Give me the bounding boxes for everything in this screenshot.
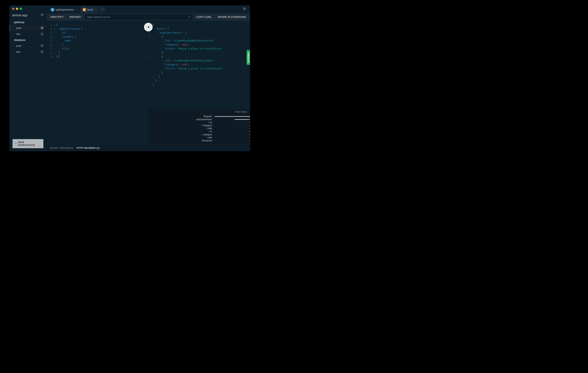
result-pane: ▼{▼ "data": {▼ "topExperiences": [▼ { "i… [148, 21, 250, 145]
sidebar-item-label: prod [16, 44, 21, 47]
share-playground-button[interactable]: SHARE PLAYGROUND [216, 14, 248, 20]
result-viewer[interactable]: ▼{▼ "data": {▼ "topExperiences": [▼ { "i… [148, 21, 250, 109]
history-button[interactable]: HISTORY [67, 14, 83, 20]
main: QtopExperiences×Mbook× + PRETTIFY HISTOR… [47, 5, 250, 151]
tab-label: book [87, 8, 93, 11]
toolbar: PRETTIFY HISTORY ↺ COPY CURL SHARE PLAYG… [47, 13, 250, 21]
new-workspace-button[interactable]: NEW WORKSPACE [12, 139, 43, 148]
schema-tab[interactable]: SCHEMA [247, 50, 250, 65]
copy-curl-button[interactable]: COPY CURL [194, 14, 214, 20]
execute-button[interactable] [144, 23, 153, 32]
http-headers-tab[interactable]: HTTP HEADERS (1) [77, 147, 100, 149]
tracing-row: 0.title6 µs [151, 127, 247, 130]
endpoint-url-bar[interactable]: ↺ [85, 14, 192, 20]
sidebar-item-label: prod [16, 27, 21, 29]
prettify-button[interactable]: PRETTIFY [49, 14, 66, 20]
new-tab-button[interactable]: + [100, 7, 105, 12]
tracing-row: 0.id21 µs [151, 121, 247, 124]
zoom-dot-icon[interactable] [20, 8, 22, 10]
content: 1▼{2▼ topExperiences {3 id4 category {5 … [47, 21, 250, 145]
sidebar-item-badge: 4 [40, 50, 44, 53]
query-variables-tab[interactable]: QUERY VARIABLES [50, 147, 73, 149]
sidebar-category: gateway [10, 19, 46, 25]
tracing-row: 1.category2 µs [151, 133, 247, 136]
sidebar-item-badge: 2 [40, 26, 44, 29]
tab[interactable]: Mbook× [80, 6, 98, 13]
sidebar-category: database [10, 37, 46, 43]
tabbar: QtopExperiences×Mbook× + [47, 5, 250, 13]
query-editor[interactable]: 1▼{2▼ topExperiences {3 id4 category {5 … [47, 21, 148, 145]
sidebar-item[interactable]: prod2 [10, 25, 46, 31]
tracing-row: 1.title3 µs [151, 136, 247, 139]
reload-icon[interactable]: ↺ [188, 15, 191, 19]
close-icon[interactable]: × [76, 8, 77, 11]
workspace-name: airbnb-app [12, 13, 27, 17]
bottom-bar: QUERY VARIABLES HTTP HEADERS (1) [47, 145, 250, 151]
sidebar: airbnb-app gatewayprod2dev1databaseprod2… [10, 5, 47, 151]
sidebar-item-badge: 2 [40, 44, 44, 47]
tab-kind-icon: M [83, 8, 86, 11]
window-controls [10, 5, 46, 11]
tracing-row: Response12 ms [151, 139, 247, 142]
endpoint-input[interactable] [87, 15, 190, 19]
query-pane: 1▼{2▼ topExperiences {3 id4 category {5 … [47, 21, 148, 145]
tracing-row: topExperiences90 ms [151, 118, 247, 121]
tracing-panel: TRACING Request210 mstopExperiences90 ms… [148, 109, 250, 145]
tab-kind-icon: Q [51, 8, 54, 11]
tab-label: topExperiences [55, 8, 74, 11]
close-icon[interactable]: × [95, 8, 96, 11]
sidebar-item-label: dev [16, 32, 20, 35]
settings-gear-icon[interactable] [241, 7, 248, 11]
sidebar-item-badge: 1 [40, 32, 44, 35]
tracing-title: TRACING [151, 111, 247, 113]
workspace-header: airbnb-app [10, 11, 46, 19]
tab[interactable]: QtopExperiences× [49, 6, 79, 13]
sidebar-item[interactable]: dev4 [10, 49, 46, 55]
tracing-row: Request210 ms [151, 115, 247, 118]
new-workspace-label: NEW WORKSPACE [18, 141, 41, 147]
gear-icon[interactable] [41, 13, 44, 17]
sidebar-item[interactable]: dev1 [10, 31, 46, 37]
app-window: airbnb-app gatewayprod2dev1databaseprod2… [10, 5, 250, 151]
tracing-row: 0.category4 µs [151, 124, 247, 127]
close-dot-icon[interactable] [12, 8, 14, 10]
minimize-dot-icon[interactable] [16, 8, 18, 10]
sidebar-item[interactable]: prod2 [10, 43, 46, 49]
tracing-row: 1.id4 µs [151, 130, 247, 133]
sidebar-item-label: dev [16, 50, 20, 53]
